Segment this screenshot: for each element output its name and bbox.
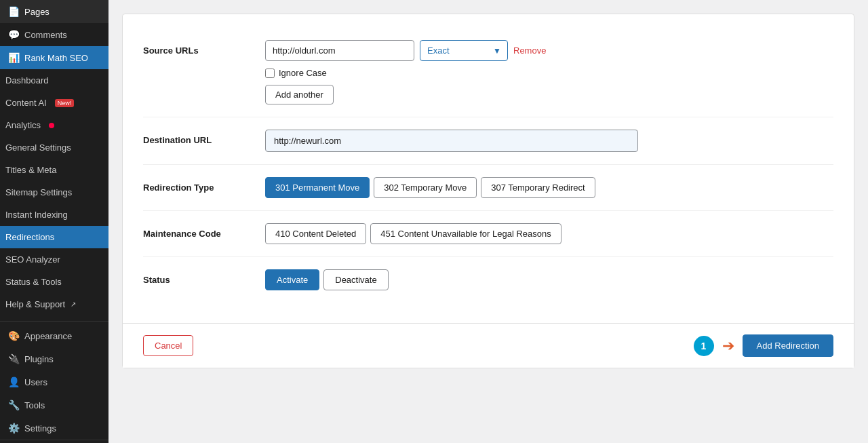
- status-row: Status Activate Deactivate: [143, 257, 833, 303]
- sidebar-item-general-settings[interactable]: General Settings: [0, 136, 108, 159]
- sidebar-item-label: Dashboard: [5, 75, 49, 85]
- sidebar-item-label: Settings: [24, 423, 56, 434]
- footer-right: 1 ➔ Add Redirection: [694, 334, 834, 357]
- sidebar-item-users[interactable]: 👤 Users: [0, 370, 108, 393]
- sidebar-item-label: Comments: [24, 30, 67, 40]
- redirect-301-button[interactable]: 301 Permanent Move: [265, 177, 370, 198]
- sidebar-item-label: Tools: [24, 400, 45, 410]
- sidebar-item-label: Appearance: [24, 331, 72, 341]
- sidebar-item-label: Plugins: [24, 354, 54, 364]
- status-label: Status: [143, 269, 265, 285]
- sidebar-item-label: Content AI: [5, 98, 47, 108]
- appearance-icon: 🎨: [8, 330, 19, 341]
- sidebar-item-plugins[interactable]: 🔌 Plugins: [0, 347, 108, 370]
- comments-icon: 💬: [8, 29, 19, 40]
- status-group: Activate Deactivate: [265, 269, 833, 290]
- form-footer: Cancel 1 ➔ Add Redirection: [123, 323, 854, 368]
- redirect-302-button[interactable]: 302 Temporary Move: [374, 177, 477, 198]
- match-type-select-wrap: Exact Contains Starts With Ends With Reg…: [420, 40, 508, 61]
- sidebar-item-label: Titles & Meta: [5, 165, 56, 175]
- maintenance-code-label: Maintenance Code: [143, 223, 265, 239]
- sidebar-item-label: Instant Indexing: [5, 210, 68, 220]
- sidebar-item-status-tools[interactable]: Status & Tools: [0, 271, 108, 293]
- match-type-select[interactable]: Exact Contains Starts With Ends With Reg…: [420, 40, 508, 61]
- sidebar-item-label: Sitemap Settings: [5, 187, 72, 197]
- sidebar-item-comments[interactable]: 💬 Comments: [0, 23, 108, 46]
- code-451-button[interactable]: 451 Content Unavailable for Legal Reason…: [370, 223, 561, 244]
- destination-url-label: Destination URL: [143, 130, 265, 145]
- analytics-dot: [49, 123, 54, 128]
- sidebar-item-pages[interactable]: 📄 Pages: [0, 0, 108, 23]
- sidebar-item-appearance[interactable]: 🎨 Appearance: [0, 324, 108, 347]
- cancel-button[interactable]: Cancel: [143, 335, 193, 356]
- destination-url-row: Destination URL: [143, 117, 833, 165]
- sidebar-item-redirections[interactable]: Redirections: [0, 226, 108, 248]
- sidebar-item-label: Help & Support: [5, 299, 65, 309]
- plugins-icon: 🔌: [8, 353, 19, 364]
- form-body: Source URLs Exact Contains Starts With E…: [123, 14, 854, 323]
- source-url-input[interactable]: [265, 40, 414, 61]
- sidebar-item-tools[interactable]: 🔧 Tools: [0, 393, 108, 417]
- source-url-input-row: Exact Contains Starts With Ends With Reg…: [265, 40, 833, 61]
- add-redirection-button[interactable]: Add Redirection: [743, 334, 834, 357]
- sidebar-item-label: Users: [24, 377, 47, 387]
- add-another-button[interactable]: Add another: [265, 85, 334, 104]
- sidebar-item-label: Analytics: [5, 120, 41, 130]
- source-urls-row: Source URLs Exact Contains Starts With E…: [143, 28, 833, 117]
- sidebar-item-seo-analyzer[interactable]: SEO Analyzer: [0, 248, 108, 271]
- sidebar-item-label: Pages: [24, 7, 50, 17]
- redirection-type-label: Redirection Type: [143, 177, 265, 193]
- destination-url-controls: [265, 130, 833, 152]
- arrow-icon: ➔: [722, 339, 734, 353]
- sidebar-item-content-ai[interactable]: Content AI New!: [0, 92, 108, 114]
- external-link-icon: ↗: [71, 301, 76, 308]
- code-410-button[interactable]: 410 Content Deleted: [265, 223, 366, 244]
- deactivate-button[interactable]: Deactivate: [323, 269, 388, 290]
- activate-button[interactable]: Activate: [265, 269, 319, 290]
- sidebar-item-dashboard[interactable]: Dashboard: [0, 69, 108, 92]
- sidebar-item-help-support[interactable]: Help & Support ↗: [0, 293, 108, 315]
- sidebar-item-label: Redirections: [5, 232, 54, 242]
- users-icon: 👤: [8, 377, 19, 387]
- maintenance-code-group: 410 Content Deleted 451 Content Unavaila…: [265, 223, 833, 244]
- step-badge: 1: [694, 336, 714, 356]
- ignore-case-row: Ignore Case: [265, 68, 833, 78]
- ignore-case-checkbox[interactable]: [265, 69, 275, 78]
- sidebar-collapse-button[interactable]: ◀ Collapse menu: [0, 440, 108, 443]
- source-urls-label: Source URLs: [143, 40, 265, 56]
- sidebar-item-label: General Settings: [5, 142, 71, 153]
- redirect-307-button[interactable]: 307 Temporary Redirect: [481, 177, 595, 198]
- sidebar: 📄 Pages 💬 Comments 📊 Rank Math SEO Dashb…: [0, 0, 108, 443]
- sidebar-item-label: Status & Tools: [5, 277, 62, 287]
- sidebar-item-instant-indexing[interactable]: Instant Indexing: [0, 204, 108, 226]
- destination-url-input[interactable]: [265, 130, 638, 152]
- sidebar-item-label: SEO Analyzer: [5, 254, 60, 265]
- new-badge: New!: [55, 99, 75, 107]
- sidebar-item-sitemap-settings[interactable]: Sitemap Settings: [0, 181, 108, 204]
- rank-math-icon: 📊: [8, 52, 19, 63]
- tools-icon: 🔧: [8, 400, 19, 410]
- source-urls-controls: Exact Contains Starts With Ends With Reg…: [265, 40, 833, 104]
- settings-icon: ⚙️: [8, 423, 19, 434]
- redirection-type-group: 301 Permanent Move 302 Temporary Move 30…: [265, 177, 833, 198]
- redirection-type-row: Redirection Type 301 Permanent Move 302 …: [143, 165, 833, 211]
- sidebar-item-rank-math[interactable]: 📊 Rank Math SEO: [0, 46, 108, 69]
- pages-icon: 📄: [8, 6, 19, 17]
- sidebar-item-settings[interactable]: ⚙️ Settings: [0, 417, 108, 440]
- sidebar-item-analytics[interactable]: Analytics: [0, 114, 108, 136]
- redirection-type-controls: 301 Permanent Move 302 Temporary Move 30…: [265, 177, 833, 198]
- ignore-case-label: Ignore Case: [279, 68, 327, 78]
- sidebar-item-label: Rank Math SEO: [24, 53, 88, 63]
- sidebar-item-titles-meta[interactable]: Titles & Meta: [0, 159, 108, 181]
- maintenance-code-controls: 410 Content Deleted 451 Content Unavaila…: [265, 223, 833, 244]
- remove-link[interactable]: Remove: [513, 45, 546, 56]
- main-content: Source URLs Exact Contains Starts With E…: [108, 0, 868, 443]
- form-container: Source URLs Exact Contains Starts With E…: [122, 14, 854, 368]
- status-controls: Activate Deactivate: [265, 269, 833, 290]
- maintenance-code-row: Maintenance Code 410 Content Deleted 451…: [143, 211, 833, 257]
